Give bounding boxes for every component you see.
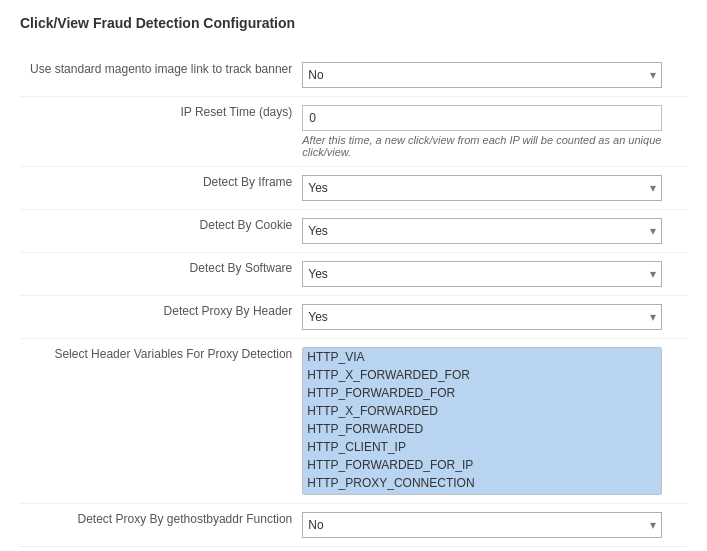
- row-detect-by-iframe: Detect By Iframe Yes No: [20, 167, 687, 210]
- select-wrapper-proxy-header: Yes No: [302, 304, 662, 330]
- page-container: Click/View Fraud Detection Configuration…: [0, 0, 707, 551]
- row-detect-proxy-ip-bank: Detect Proxy By IP Bank: [20, 547, 687, 552]
- row-select-header-variables: Select Header Variables For Proxy Detect…: [20, 339, 687, 504]
- label-select-header-variables: Select Header Variables For Proxy Detect…: [54, 347, 292, 361]
- select-header-variables[interactable]: HTTP_VIA HTTP_X_FORWARDED_FOR HTTP_FORWA…: [302, 347, 662, 495]
- select-detect-by-cookie[interactable]: Yes No: [302, 218, 662, 244]
- row-detect-proxy-by-header: Detect Proxy By Header Yes No: [20, 296, 687, 339]
- select-detect-proxy-by-header[interactable]: Yes No: [302, 304, 662, 330]
- label-detect-proxy-gethostbyaddr: Detect Proxy By gethostbyaddr Function: [77, 512, 292, 526]
- row-use-standard-magento: Use standard magento image link to track…: [20, 54, 687, 97]
- label-detect-by-software: Detect By Software: [190, 261, 293, 275]
- label-detect-by-iframe: Detect By Iframe: [203, 175, 292, 189]
- row-detect-by-software: Detect By Software Yes No: [20, 253, 687, 296]
- label-use-standard-magento: Use standard magento image link to track…: [30, 62, 292, 76]
- label-ip-reset-time: IP Reset Time (days): [180, 105, 292, 119]
- label-detect-by-cookie: Detect By Cookie: [200, 218, 293, 232]
- row-detect-by-cookie: Detect By Cookie Yes No: [20, 210, 687, 253]
- label-detect-proxy-by-header: Detect Proxy By Header: [164, 304, 293, 318]
- hint-ip-reset-time: After this time, a new click/view from e…: [302, 134, 682, 158]
- select-detect-by-iframe[interactable]: Yes No: [302, 175, 662, 201]
- select-wrapper-magento: No Yes: [302, 62, 662, 88]
- select-detect-by-software[interactable]: Yes No: [302, 261, 662, 287]
- select-wrapper-gethostbyaddr: No Yes: [302, 512, 662, 538]
- row-ip-reset-time: IP Reset Time (days) After this time, a …: [20, 97, 687, 167]
- select-wrapper-software: Yes No: [302, 261, 662, 287]
- page-title: Click/View Fraud Detection Configuration: [20, 15, 687, 39]
- row-detect-proxy-gethostbyaddr: Detect Proxy By gethostbyaddr Function N…: [20, 504, 687, 547]
- select-detect-proxy-gethostbyaddr[interactable]: No Yes: [302, 512, 662, 538]
- select-use-standard-magento[interactable]: No Yes: [302, 62, 662, 88]
- input-ip-reset-time[interactable]: [302, 105, 662, 131]
- select-wrapper-iframe: Yes No: [302, 175, 662, 201]
- form-table: Use standard magento image link to track…: [20, 54, 687, 551]
- select-wrapper-cookie: Yes No: [302, 218, 662, 244]
